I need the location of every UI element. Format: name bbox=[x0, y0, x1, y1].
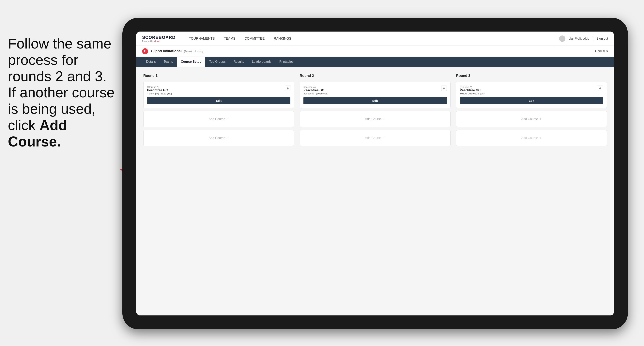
round-2-column: Round 2 (Course A) Peachtree GC Yellow (… bbox=[300, 74, 450, 146]
round-1-add-course-2[interactable]: Add Course + bbox=[143, 130, 294, 146]
nav-separator: | bbox=[592, 37, 593, 40]
round-2-course-card: (Course A) Peachtree GC Yellow (M) (6629… bbox=[300, 82, 450, 108]
round-2-course-label: (Course A) bbox=[304, 86, 328, 89]
rounds-grid: Round 1 (Course A) Peachtree GC Yellow (… bbox=[143, 74, 607, 146]
tab-teams[interactable]: Teams bbox=[160, 57, 177, 67]
round-2-course-name: Peachtree GC bbox=[304, 89, 328, 92]
top-nav: SCOREBOARD Powered by clippd TOURNAMENTS… bbox=[136, 31, 614, 46]
tab-results[interactable]: Results bbox=[230, 57, 248, 67]
plus-icon-2: + bbox=[227, 136, 229, 140]
nav-teams[interactable]: TEAMS bbox=[220, 35, 239, 42]
round-3-title: Round 3 bbox=[456, 74, 607, 78]
round-1-course-name: Peachtree GC bbox=[147, 89, 172, 92]
round-2-delete-button[interactable]: ⊖ bbox=[441, 86, 447, 91]
plus-icon-r2: + bbox=[383, 117, 385, 121]
round-1-add-course-1[interactable]: Add Course + bbox=[143, 111, 294, 127]
main-content: Round 1 (Course A) Peachtree GC Yellow (… bbox=[136, 67, 614, 316]
tablet-frame: SCOREBOARD Powered by clippd TOURNAMENTS… bbox=[122, 18, 628, 329]
nav-rankings[interactable]: RANKINGS bbox=[270, 35, 295, 42]
sub-header: C Clippd Invitational (Men) Hosting Canc… bbox=[136, 46, 614, 57]
round-1-course-info: Yellow (M) (6629 yds) bbox=[147, 92, 172, 95]
round-2-title: Round 2 bbox=[300, 74, 450, 78]
instruction-text: Follow the same process for rounds 2 and… bbox=[0, 31, 124, 154]
round-1-column: Round 1 (Course A) Peachtree GC Yellow (… bbox=[143, 74, 294, 146]
cancel-button[interactable]: Cancel × bbox=[595, 49, 608, 53]
round-1-delete-button[interactable]: ⊖ bbox=[285, 86, 290, 91]
round-1-edit-button[interactable]: Edit bbox=[147, 97, 290, 104]
tab-tee-groups[interactable]: Tee Groups bbox=[205, 57, 230, 67]
plus-icon-r2-2: + bbox=[383, 136, 385, 140]
round-3-add-course-1[interactable]: Add Course + bbox=[456, 111, 607, 127]
nav-tournaments[interactable]: TOURNAMENTS bbox=[186, 35, 218, 42]
round-2-add-course-2: Add Course + bbox=[300, 130, 450, 146]
round-2-edit-button[interactable]: Edit bbox=[304, 97, 447, 104]
round-3-course-name: Peachtree GC bbox=[460, 89, 484, 92]
tournament-name: Clippd Invitational bbox=[151, 49, 182, 53]
plus-icon-r3-2: + bbox=[540, 136, 542, 140]
round-2-course-info: Yellow (M) (6629 yds) bbox=[304, 92, 328, 95]
nav-right: blair@clippd.io | Sign out bbox=[559, 35, 608, 42]
user-email: blair@clippd.io bbox=[568, 37, 589, 40]
tab-details[interactable]: Details bbox=[142, 57, 160, 67]
round-1-title: Round 1 bbox=[143, 74, 294, 78]
nav-links: TOURNAMENTS TEAMS COMMITTEE RANKINGS bbox=[186, 35, 559, 42]
round-3-column: Round 3 (Course A) Peachtree GC Yellow (… bbox=[456, 74, 607, 146]
tournament-icon: C bbox=[142, 48, 148, 54]
logo-area: SCOREBOARD Powered by clippd bbox=[142, 35, 176, 42]
tablet-screen: SCOREBOARD Powered by clippd TOURNAMENTS… bbox=[136, 31, 614, 316]
tab-printables[interactable]: Printables bbox=[276, 57, 297, 67]
round-2-add-course-1[interactable]: Add Course + bbox=[300, 111, 450, 127]
round-1-course-label: (Course A) bbox=[147, 86, 172, 89]
round-3-add-course-2: Add Course + bbox=[456, 130, 607, 146]
tab-course-setup[interactable]: Course Setup bbox=[177, 57, 205, 67]
course-card-header: (Course A) Peachtree GC Yellow (M) (6629… bbox=[147, 86, 290, 95]
plus-icon: + bbox=[227, 117, 229, 121]
hosting-badge: Hosting bbox=[194, 50, 203, 53]
round-1-course-card: (Course A) Peachtree GC Yellow (M) (6629… bbox=[143, 82, 294, 108]
tab-leaderboards[interactable]: Leaderboards bbox=[248, 57, 276, 67]
sign-out-link[interactable]: Sign out bbox=[596, 37, 608, 40]
nav-committee[interactable]: COMMITTEE bbox=[241, 35, 268, 42]
plus-icon-r3: + bbox=[540, 117, 542, 121]
round-3-edit-button[interactable]: Edit bbox=[460, 97, 603, 104]
logo-text: SCOREBOARD bbox=[142, 35, 176, 40]
tab-bar: Details Teams Course Setup Tee Groups Re… bbox=[136, 57, 614, 67]
round-3-course-label: (Course A) bbox=[460, 86, 484, 89]
round-3-course-card-header: (Course A) Peachtree GC Yellow (M) (6629… bbox=[460, 86, 603, 95]
round-3-course-card: (Course A) Peachtree GC Yellow (M) (6629… bbox=[456, 82, 607, 108]
tournament-qualifier: (Men) bbox=[184, 49, 192, 53]
round-2-course-card-header: (Course A) Peachtree GC Yellow (M) (6629… bbox=[304, 86, 447, 95]
user-avatar bbox=[559, 35, 566, 42]
logo-sub: Powered by clippd bbox=[142, 40, 176, 42]
round-3-delete-button[interactable]: ⊖ bbox=[598, 86, 603, 91]
round-3-course-info: Yellow (M) (6629 yds) bbox=[460, 92, 484, 95]
